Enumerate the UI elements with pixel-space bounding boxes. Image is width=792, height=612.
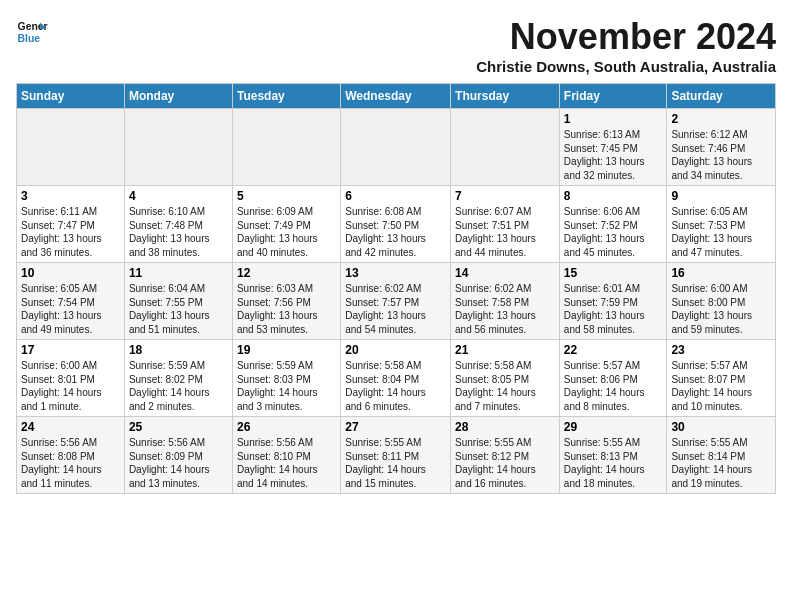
calendar-cell: 8Sunrise: 6:06 AM Sunset: 7:52 PM Daylig… <box>559 186 667 263</box>
calendar-week-5: 24Sunrise: 5:56 AM Sunset: 8:08 PM Dayli… <box>17 417 776 494</box>
day-number: 23 <box>671 343 771 357</box>
calendar-week-2: 3Sunrise: 6:11 AM Sunset: 7:47 PM Daylig… <box>17 186 776 263</box>
day-info: Sunrise: 5:55 AM Sunset: 8:11 PM Dayligh… <box>345 436 446 490</box>
day-info: Sunrise: 6:05 AM Sunset: 7:54 PM Dayligh… <box>21 282 120 336</box>
day-info: Sunrise: 6:02 AM Sunset: 7:57 PM Dayligh… <box>345 282 446 336</box>
calendar-cell: 14Sunrise: 6:02 AM Sunset: 7:58 PM Dayli… <box>451 263 560 340</box>
header-thursday: Thursday <box>451 84 560 109</box>
day-number: 16 <box>671 266 771 280</box>
calendar-cell: 3Sunrise: 6:11 AM Sunset: 7:47 PM Daylig… <box>17 186 125 263</box>
day-number: 8 <box>564 189 663 203</box>
day-info: Sunrise: 5:55 AM Sunset: 8:12 PM Dayligh… <box>455 436 555 490</box>
day-info: Sunrise: 5:55 AM Sunset: 8:14 PM Dayligh… <box>671 436 771 490</box>
day-number: 22 <box>564 343 663 357</box>
calendar-cell <box>232 109 340 186</box>
calendar-cell: 4Sunrise: 6:10 AM Sunset: 7:48 PM Daylig… <box>124 186 232 263</box>
title-block: November 2024 Christie Downs, South Aust… <box>476 16 776 75</box>
day-number: 26 <box>237 420 336 434</box>
calendar-week-4: 17Sunrise: 6:00 AM Sunset: 8:01 PM Dayli… <box>17 340 776 417</box>
day-number: 30 <box>671 420 771 434</box>
day-info: Sunrise: 5:59 AM Sunset: 8:03 PM Dayligh… <box>237 359 336 413</box>
day-info: Sunrise: 6:11 AM Sunset: 7:47 PM Dayligh… <box>21 205 120 259</box>
logo: General Blue <box>16 16 48 48</box>
day-number: 25 <box>129 420 228 434</box>
day-number: 3 <box>21 189 120 203</box>
day-info: Sunrise: 6:13 AM Sunset: 7:45 PM Dayligh… <box>564 128 663 182</box>
calendar-cell: 27Sunrise: 5:55 AM Sunset: 8:11 PM Dayli… <box>341 417 451 494</box>
day-info: Sunrise: 5:59 AM Sunset: 8:02 PM Dayligh… <box>129 359 228 413</box>
calendar-cell: 13Sunrise: 6:02 AM Sunset: 7:57 PM Dayli… <box>341 263 451 340</box>
day-number: 20 <box>345 343 446 357</box>
calendar-cell: 29Sunrise: 5:55 AM Sunset: 8:13 PM Dayli… <box>559 417 667 494</box>
day-number: 6 <box>345 189 446 203</box>
day-info: Sunrise: 6:07 AM Sunset: 7:51 PM Dayligh… <box>455 205 555 259</box>
svg-text:Blue: Blue <box>18 33 41 44</box>
day-number: 7 <box>455 189 555 203</box>
calendar-cell: 7Sunrise: 6:07 AM Sunset: 7:51 PM Daylig… <box>451 186 560 263</box>
calendar-cell: 15Sunrise: 6:01 AM Sunset: 7:59 PM Dayli… <box>559 263 667 340</box>
day-info: Sunrise: 6:05 AM Sunset: 7:53 PM Dayligh… <box>671 205 771 259</box>
day-info: Sunrise: 6:08 AM Sunset: 7:50 PM Dayligh… <box>345 205 446 259</box>
day-info: Sunrise: 5:56 AM Sunset: 8:09 PM Dayligh… <box>129 436 228 490</box>
day-info: Sunrise: 6:06 AM Sunset: 7:52 PM Dayligh… <box>564 205 663 259</box>
calendar-table: SundayMondayTuesdayWednesdayThursdayFrid… <box>16 83 776 494</box>
day-number: 28 <box>455 420 555 434</box>
day-number: 13 <box>345 266 446 280</box>
header-saturday: Saturday <box>667 84 776 109</box>
calendar-cell: 24Sunrise: 5:56 AM Sunset: 8:08 PM Dayli… <box>17 417 125 494</box>
header-wednesday: Wednesday <box>341 84 451 109</box>
day-info: Sunrise: 6:04 AM Sunset: 7:55 PM Dayligh… <box>129 282 228 336</box>
calendar-cell: 16Sunrise: 6:00 AM Sunset: 8:00 PM Dayli… <box>667 263 776 340</box>
day-info: Sunrise: 6:01 AM Sunset: 7:59 PM Dayligh… <box>564 282 663 336</box>
day-number: 21 <box>455 343 555 357</box>
calendar-cell: 26Sunrise: 5:56 AM Sunset: 8:10 PM Dayli… <box>232 417 340 494</box>
calendar-week-1: 1Sunrise: 6:13 AM Sunset: 7:45 PM Daylig… <box>17 109 776 186</box>
calendar-cell: 1Sunrise: 6:13 AM Sunset: 7:45 PM Daylig… <box>559 109 667 186</box>
calendar-cell: 30Sunrise: 5:55 AM Sunset: 8:14 PM Dayli… <box>667 417 776 494</box>
calendar-cell: 19Sunrise: 5:59 AM Sunset: 8:03 PM Dayli… <box>232 340 340 417</box>
day-number: 29 <box>564 420 663 434</box>
day-number: 1 <box>564 112 663 126</box>
header-friday: Friday <box>559 84 667 109</box>
page-header: General Blue November 2024 Christie Down… <box>16 16 776 75</box>
day-info: Sunrise: 5:58 AM Sunset: 8:04 PM Dayligh… <box>345 359 446 413</box>
calendar-cell: 17Sunrise: 6:00 AM Sunset: 8:01 PM Dayli… <box>17 340 125 417</box>
day-number: 27 <box>345 420 446 434</box>
day-number: 17 <box>21 343 120 357</box>
day-number: 5 <box>237 189 336 203</box>
calendar-cell <box>124 109 232 186</box>
calendar-cell <box>341 109 451 186</box>
calendar-cell: 23Sunrise: 5:57 AM Sunset: 8:07 PM Dayli… <box>667 340 776 417</box>
day-number: 18 <box>129 343 228 357</box>
calendar-cell: 6Sunrise: 6:08 AM Sunset: 7:50 PM Daylig… <box>341 186 451 263</box>
calendar-week-3: 10Sunrise: 6:05 AM Sunset: 7:54 PM Dayli… <box>17 263 776 340</box>
day-number: 2 <box>671 112 771 126</box>
day-info: Sunrise: 5:57 AM Sunset: 8:07 PM Dayligh… <box>671 359 771 413</box>
calendar-cell: 5Sunrise: 6:09 AM Sunset: 7:49 PM Daylig… <box>232 186 340 263</box>
day-info: Sunrise: 6:00 AM Sunset: 8:00 PM Dayligh… <box>671 282 771 336</box>
day-info: Sunrise: 6:09 AM Sunset: 7:49 PM Dayligh… <box>237 205 336 259</box>
calendar-cell <box>17 109 125 186</box>
header-sunday: Sunday <box>17 84 125 109</box>
location-subtitle: Christie Downs, South Australia, Austral… <box>476 58 776 75</box>
calendar-cell: 21Sunrise: 5:58 AM Sunset: 8:05 PM Dayli… <box>451 340 560 417</box>
calendar-cell: 2Sunrise: 6:12 AM Sunset: 7:46 PM Daylig… <box>667 109 776 186</box>
day-number: 24 <box>21 420 120 434</box>
calendar-cell: 28Sunrise: 5:55 AM Sunset: 8:12 PM Dayli… <box>451 417 560 494</box>
day-info: Sunrise: 5:57 AM Sunset: 8:06 PM Dayligh… <box>564 359 663 413</box>
header-tuesday: Tuesday <box>232 84 340 109</box>
day-number: 4 <box>129 189 228 203</box>
calendar-cell: 11Sunrise: 6:04 AM Sunset: 7:55 PM Dayli… <box>124 263 232 340</box>
calendar-cell: 12Sunrise: 6:03 AM Sunset: 7:56 PM Dayli… <box>232 263 340 340</box>
calendar-cell: 20Sunrise: 5:58 AM Sunset: 8:04 PM Dayli… <box>341 340 451 417</box>
day-number: 10 <box>21 266 120 280</box>
day-number: 9 <box>671 189 771 203</box>
day-number: 11 <box>129 266 228 280</box>
day-info: Sunrise: 6:03 AM Sunset: 7:56 PM Dayligh… <box>237 282 336 336</box>
day-number: 19 <box>237 343 336 357</box>
calendar-cell: 18Sunrise: 5:59 AM Sunset: 8:02 PM Dayli… <box>124 340 232 417</box>
day-number: 15 <box>564 266 663 280</box>
day-info: Sunrise: 5:56 AM Sunset: 8:08 PM Dayligh… <box>21 436 120 490</box>
day-info: Sunrise: 5:55 AM Sunset: 8:13 PM Dayligh… <box>564 436 663 490</box>
day-number: 14 <box>455 266 555 280</box>
